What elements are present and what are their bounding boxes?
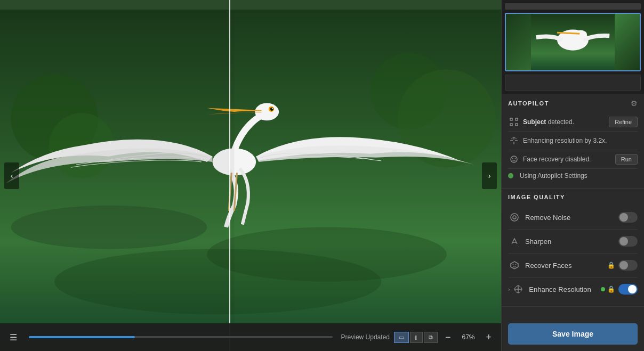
face-recovery-text: Face recovery disabled. bbox=[523, 156, 615, 163]
split-line[interactable] bbox=[229, 0, 230, 351]
view-toggle-group: ▭ ⫿ ⧉ bbox=[394, 332, 438, 343]
chevron-right-icon: › bbox=[488, 172, 491, 180]
quality-title: IMAGE QUALITY bbox=[508, 194, 565, 200]
face-icon bbox=[508, 153, 520, 165]
subject-detected-text: Subject detected. bbox=[523, 118, 609, 126]
enhance-resolution-toggle[interactable] bbox=[618, 284, 638, 295]
svg-rect-22 bbox=[510, 124, 512, 126]
autopilot-row-resolution: Enhancing resolution by 3.2x. bbox=[508, 132, 638, 150]
hamburger-icon: ☰ bbox=[10, 332, 17, 342]
enhance-resolution-expand[interactable]: › bbox=[508, 287, 510, 292]
svg-point-24 bbox=[511, 156, 517, 162]
progress-bar bbox=[29, 336, 333, 338]
svg-point-30 bbox=[516, 264, 517, 265]
preview-label: Preview Updated bbox=[341, 333, 390, 341]
recover-faces-knob bbox=[619, 261, 628, 270]
autopilot-title: AUTOPILOT bbox=[508, 100, 549, 107]
recover-faces-toggle[interactable] bbox=[618, 260, 638, 271]
enhance-resolution-knob bbox=[628, 285, 637, 293]
thumbnail-selected[interactable] bbox=[505, 13, 641, 71]
svg-point-26 bbox=[515, 158, 516, 159]
save-image-button[interactable]: Save Image bbox=[508, 323, 638, 345]
svg-point-29 bbox=[513, 264, 514, 265]
prev-image-button[interactable]: ‹ bbox=[4, 162, 19, 189]
svg-point-28 bbox=[513, 216, 516, 219]
sharpen-row: Sharpen bbox=[508, 230, 638, 254]
enhance-resolution-row: › Enhance Resolution 🔒 bbox=[508, 277, 638, 301]
sharpen-toggle[interactable] bbox=[618, 236, 638, 247]
subject-icon bbox=[508, 116, 520, 128]
svg-rect-20 bbox=[510, 118, 512, 120]
svg-point-9 bbox=[255, 103, 279, 121]
menu-button[interactable]: ☰ bbox=[6, 330, 20, 345]
image-area: ‹ › ☰ Preview Updated ▭ ⫿ ⧉ − 67% bbox=[0, 0, 501, 351]
remove-noise-knob bbox=[619, 213, 628, 222]
svg-rect-23 bbox=[516, 124, 518, 126]
refine-button[interactable]: Refine bbox=[609, 117, 638, 127]
enhance-resolution-active-dot bbox=[601, 287, 605, 291]
remove-noise-icon bbox=[508, 211, 521, 224]
autopilot-active-dot bbox=[508, 173, 513, 178]
svg-point-27 bbox=[511, 214, 518, 221]
compare-view-icon: ⧉ bbox=[429, 334, 433, 340]
view-compare-button[interactable]: ⧉ bbox=[424, 332, 438, 343]
zoom-in-icon: + bbox=[486, 332, 492, 342]
autopilot-row-subject: Subject detected. Refine bbox=[508, 113, 638, 132]
autopilot-row-face: Face recovery disabled. Run bbox=[508, 150, 638, 169]
quality-header: IMAGE QUALITY bbox=[508, 194, 638, 200]
bottom-toolbar: ☰ Preview Updated ▭ ⫿ ⧉ − 67% + bbox=[0, 323, 501, 351]
svg-point-25 bbox=[512, 158, 513, 159]
zoom-out-button[interactable]: − bbox=[442, 331, 454, 344]
sharpen-knob bbox=[619, 237, 628, 246]
right-panel: AUTOPILOT ⚙ Subject detected. Refine bbox=[501, 0, 644, 351]
svg-point-11 bbox=[270, 108, 273, 111]
autopilot-settings-text: Using Autopilot Settings bbox=[520, 172, 638, 179]
single-view-icon: ▭ bbox=[399, 334, 404, 340]
svg-rect-21 bbox=[516, 118, 518, 120]
svg-point-19 bbox=[574, 30, 587, 39]
recover-faces-lock-icon: 🔒 bbox=[607, 262, 615, 269]
zoom-in-button[interactable]: + bbox=[482, 331, 495, 344]
thumbnail-placeholder-top bbox=[505, 3, 641, 10]
autopilot-header: AUTOPILOT ⚙ bbox=[508, 99, 638, 108]
autopilot-row-settings: Using Autopilot Settings bbox=[508, 169, 638, 183]
split-view-icon: ⫿ bbox=[415, 334, 418, 340]
recover-faces-icon bbox=[508, 259, 521, 272]
autopilot-section: AUTOPILOT ⚙ Subject detected. Refine bbox=[502, 94, 644, 189]
thumbnail-placeholder-bottom bbox=[505, 75, 641, 91]
enhance-resolution-label: Enhance Resolution bbox=[529, 285, 601, 293]
zoom-level-display: 67% bbox=[458, 333, 478, 341]
remove-noise-label: Remove Noise bbox=[525, 214, 618, 222]
image-quality-section: IMAGE QUALITY Remove Noise bbox=[502, 189, 644, 307]
run-button[interactable]: Run bbox=[615, 154, 638, 165]
zoom-out-icon: − bbox=[445, 332, 451, 342]
progress-fill bbox=[29, 336, 135, 338]
sharpen-label: Sharpen bbox=[525, 238, 618, 246]
recover-faces-label: Recover Faces bbox=[525, 262, 607, 270]
chevron-left-icon: ‹ bbox=[11, 172, 13, 180]
svg-rect-15 bbox=[0, 10, 234, 341]
remove-noise-row: Remove Noise bbox=[508, 206, 638, 230]
resolution-text: Enhancing resolution by 3.2x. bbox=[523, 137, 638, 144]
next-image-button[interactable]: › bbox=[482, 162, 497, 189]
view-split-button[interactable]: ⫿ bbox=[410, 332, 423, 343]
thumbnail-image bbox=[506, 14, 640, 70]
recover-faces-row: Recover Faces 🔒 bbox=[508, 254, 638, 277]
enhance-resolution-icon bbox=[512, 283, 525, 296]
thumbnail-strip bbox=[502, 0, 644, 94]
remove-noise-toggle[interactable] bbox=[618, 212, 638, 223]
svg-point-12 bbox=[272, 108, 273, 109]
enhance-resolution-lock-icon: 🔒 bbox=[607, 285, 615, 293]
sharpen-icon bbox=[508, 235, 521, 248]
view-single-button[interactable]: ▭ bbox=[394, 332, 409, 343]
resolution-icon bbox=[508, 135, 520, 146]
autopilot-settings-icon[interactable]: ⚙ bbox=[631, 99, 638, 108]
